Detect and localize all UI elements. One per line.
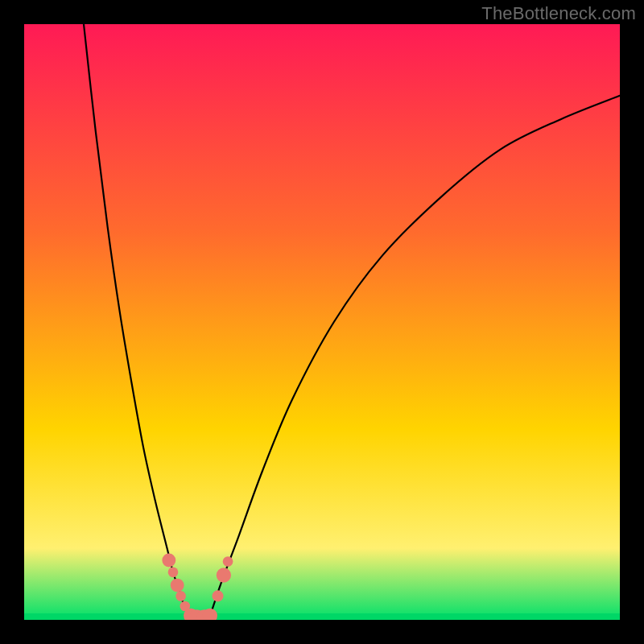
data-marker <box>217 568 231 582</box>
data-marker <box>223 556 233 567</box>
data-marker <box>162 554 175 568</box>
chart-background <box>24 24 620 620</box>
baseline-band <box>24 613 620 620</box>
data-marker <box>212 590 223 601</box>
plot-area <box>24 24 620 620</box>
watermark-text: TheBottleneck.com <box>481 3 636 24</box>
chart-frame: TheBottleneck.com <box>0 0 644 644</box>
data-marker <box>175 591 186 601</box>
data-marker <box>168 567 179 577</box>
data-marker <box>171 579 184 592</box>
chart-svg <box>24 24 620 620</box>
